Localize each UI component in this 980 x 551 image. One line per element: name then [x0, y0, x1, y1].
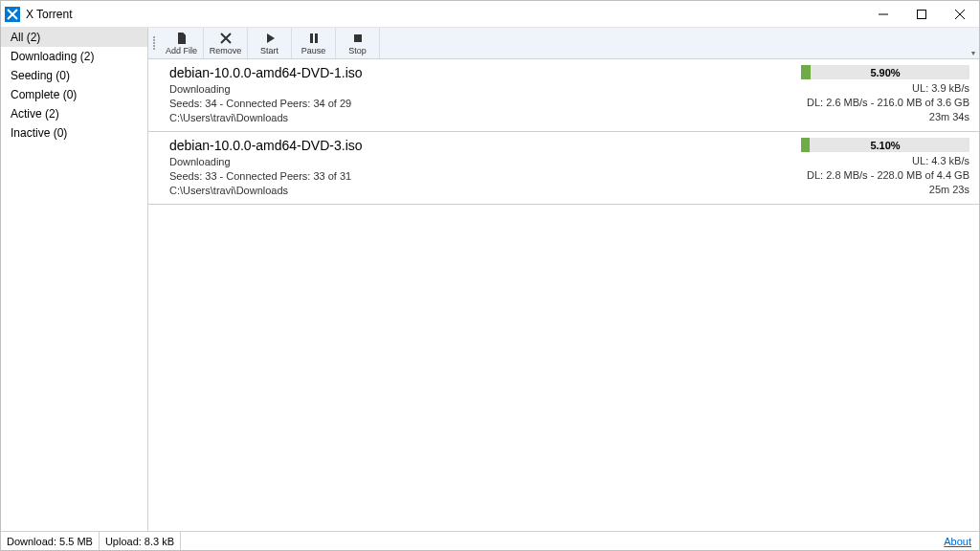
stop-button[interactable]: Stop — [336, 28, 380, 58]
app-window: X Torrent All (2)Downloading (2)Seeding … — [0, 0, 980, 551]
sidebar: All (2)Downloading (2)Seeding (0)Complet… — [1, 28, 148, 531]
download-speed: DL: 2.8 MB/s - 228.0 MB of 4.4 GB — [807, 168, 969, 183]
torrent-info: debian-10.0.0-amd64-DVD-3.isoDownloading… — [169, 138, 801, 198]
maximize-button[interactable] — [902, 1, 941, 28]
torrent-path: C:\Users\travi\Downloads — [169, 111, 801, 125]
progress-text: 5.10% — [801, 138, 969, 152]
status-bar: Download: 5.5 MB Upload: 8.3 kB About — [1, 531, 979, 550]
download-speed: DL: 2.6 MB/s - 216.0 MB of 3.6 GB — [807, 96, 969, 110]
svg-rect-1 — [310, 33, 313, 43]
status-upload: Upload: 8.3 kB — [100, 532, 181, 550]
toolbar: Add File Remove Start — [148, 28, 979, 59]
title-bar[interactable]: X Torrent — [1, 1, 979, 28]
torrent-stats: 5.10%UL: 4.3 kB/sDL: 2.8 MB/s - 228.0 MB… — [801, 138, 969, 198]
svg-rect-0 — [918, 10, 926, 18]
torrent-peers: Seeds: 34 - Connected Peers: 34 of 29 — [169, 97, 801, 111]
toolbar-grip[interactable] — [152, 28, 158, 58]
status-download: Download: 5.5 MB — [1, 532, 100, 550]
progress-text: 5.90% — [801, 65, 969, 79]
minimize-button[interactable] — [864, 1, 902, 28]
window-title: X Torrent — [26, 8, 72, 21]
stop-label: Stop — [348, 46, 367, 55]
torrent-name: debian-10.0.0-amd64-DVD-3.iso — [169, 138, 801, 153]
pause-button[interactable]: Pause — [292, 28, 336, 58]
remove-icon — [219, 32, 233, 45]
start-label: Start — [260, 46, 278, 55]
sidebar-item-2[interactable]: Seeding (0) — [1, 66, 147, 85]
app-body: All (2)Downloading (2)Seeding (0)Complet… — [1, 28, 979, 531]
pause-label: Pause — [301, 46, 326, 55]
about-link[interactable]: About — [936, 536, 979, 547]
main-panel: Add File Remove Start — [148, 28, 979, 531]
app-icon — [5, 7, 20, 22]
upload-speed: UL: 3.9 kB/s — [912, 81, 969, 96]
pause-icon — [307, 32, 321, 45]
svg-rect-2 — [315, 33, 318, 43]
upload-speed: UL: 4.3 kB/s — [912, 154, 969, 168]
torrent-row[interactable]: debian-10.0.0-amd64-DVD-1.isoDownloading… — [148, 59, 979, 132]
torrent-peers: Seeds: 33 - Connected Peers: 33 of 31 — [169, 169, 801, 184]
torrent-status: Downloading — [169, 155, 801, 169]
torrent-name: debian-10.0.0-amd64-DVD-1.iso — [169, 65, 801, 80]
torrent-stats: 5.90%UL: 3.9 kB/sDL: 2.6 MB/s - 216.0 MB… — [801, 65, 969, 125]
close-button[interactable] — [941, 1, 979, 28]
sidebar-item-3[interactable]: Complete (0) — [1, 85, 147, 104]
remove-label: Remove — [210, 46, 242, 55]
progress-bar: 5.90% — [801, 65, 969, 79]
add-file-label: Add File — [166, 46, 197, 55]
sidebar-item-4[interactable]: Active (2) — [1, 104, 147, 123]
eta: 23m 34s — [929, 110, 969, 124]
torrent-list: debian-10.0.0-amd64-DVD-1.isoDownloading… — [148, 59, 979, 531]
sidebar-item-5[interactable]: Inactive (0) — [1, 123, 147, 143]
svg-rect-3 — [354, 34, 362, 42]
sidebar-item-1[interactable]: Downloading (2) — [1, 47, 147, 66]
torrent-status: Downloading — [169, 82, 801, 97]
toolbar-overflow-icon[interactable]: ▾ — [971, 49, 975, 57]
sidebar-item-0[interactable]: All (2) — [1, 28, 147, 47]
file-add-icon — [175, 32, 189, 45]
progress-bar: 5.10% — [801, 138, 969, 152]
play-icon — [263, 32, 277, 45]
torrent-info: debian-10.0.0-amd64-DVD-1.isoDownloading… — [169, 65, 801, 125]
torrent-path: C:\Users\travi\Downloads — [169, 184, 801, 198]
start-button[interactable]: Start — [248, 28, 292, 58]
stop-icon — [351, 32, 365, 45]
remove-button[interactable]: Remove — [204, 28, 248, 58]
add-file-button[interactable]: Add File — [160, 28, 204, 58]
eta: 25m 23s — [929, 183, 969, 197]
torrent-row[interactable]: debian-10.0.0-amd64-DVD-3.isoDownloading… — [148, 132, 979, 205]
